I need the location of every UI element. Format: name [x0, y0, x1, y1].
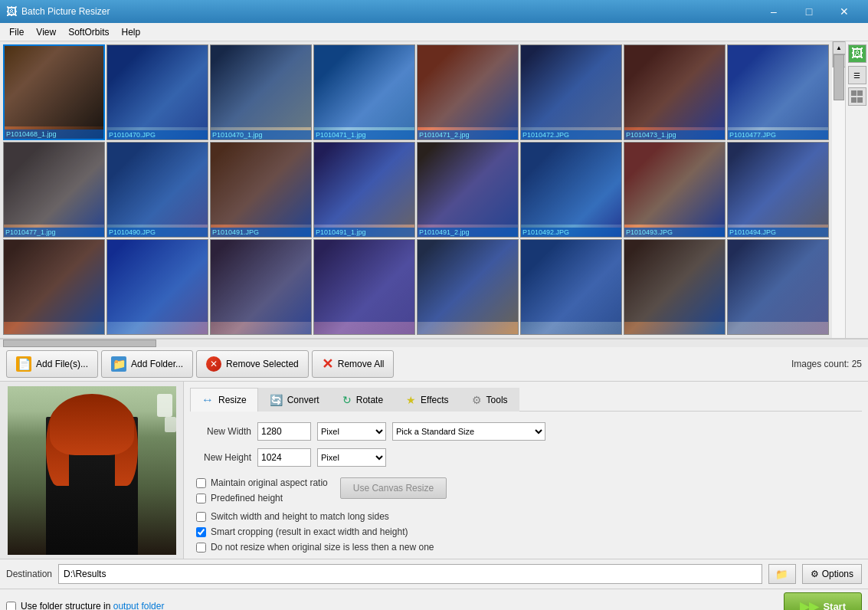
start-play-icon: ▶▶ — [800, 599, 818, 611]
gallery-thumb[interactable] — [520, 239, 622, 335]
menu-softorbits[interactable]: SoftOrbits — [62, 25, 115, 39]
gallery-thumb[interactable]: P1010491_2.jpg — [417, 142, 519, 238]
gallery-thumb[interactable]: P1010470_1.jpg — [210, 44, 312, 140]
thumb-label: P1010473_1.jpg — [624, 130, 725, 139]
smart-crop-label: Smart cropping (result in exact width an… — [211, 526, 408, 537]
add-folder-label: Add Folder... — [131, 359, 183, 369]
thumb-label: P1010493.JPG — [624, 228, 725, 237]
gallery-thumb[interactable]: P1010492.JPG — [520, 142, 622, 238]
tools-tab-label: Tools — [486, 395, 508, 405]
predefined-height-checkbox[interactable] — [196, 494, 206, 503]
gallery-thumb[interactable] — [3, 239, 105, 335]
close-button[interactable]: ✕ — [827, 0, 862, 23]
gallery-thumb[interactable]: P1010490.JPG — [106, 142, 208, 238]
gallery-thumb[interactable]: P1010468_1.jpg — [3, 44, 105, 140]
menu-help[interactable]: Help — [116, 25, 147, 39]
destination-input[interactable] — [58, 564, 762, 584]
thumb-label: P1010477_1.jpg — [4, 228, 104, 237]
tab-resize[interactable]: ↔ Resize — [190, 388, 258, 412]
gallery-thumb[interactable]: P1010477.JPG — [727, 44, 829, 140]
add-files-button[interactable]: 📄 Add File(s)... — [6, 350, 98, 378]
gallery-thumb[interactable]: P1010491_1.jpg — [313, 142, 415, 238]
menu-view[interactable]: View — [30, 25, 62, 39]
gallery-thumb[interactable] — [106, 239, 208, 335]
destination-browse-button[interactable]: 📁 — [768, 564, 796, 584]
h-scroll-thumb[interactable] — [3, 339, 156, 347]
output-folder-link[interactable]: output folder — [113, 601, 165, 610]
bottom-panel: ↔ Resize 🔄 Convert ↻ Rotate ★ Effects ⚙ — [0, 382, 868, 559]
menu-file[interactable]: File — [3, 25, 30, 39]
action-toolbar: 📄 Add File(s)... 📁 Add Folder... ✕ Remov… — [0, 347, 868, 382]
thumb-label: P1010472.JPG — [521, 130, 621, 139]
remove-selected-button[interactable]: ✕ Remove Selected — [196, 350, 309, 378]
remove-all-label: Remove All — [338, 359, 385, 369]
tab-rotate[interactable]: ↻ Rotate — [331, 388, 395, 412]
footer-bar: Use folder structure in output folder ▶▶… — [0, 589, 868, 610]
gallery-thumb[interactable] — [417, 239, 519, 335]
width-input[interactable] — [257, 422, 311, 441]
smart-crop-row: Smart cropping (result in exact width an… — [196, 526, 862, 537]
right-toolbar: 🖼 ☰ — [845, 41, 868, 338]
thumb-label: P1010490.JPG — [107, 228, 208, 237]
remove-selected-label: Remove Selected — [226, 359, 299, 369]
rotate-tab-label: Rotate — [356, 395, 383, 405]
add-folder-button[interactable]: 📁 Add Folder... — [101, 350, 193, 378]
width-unit-select[interactable]: Pixel Percent Cm Inch — [317, 422, 386, 441]
canvas-resize-button[interactable]: Use Canvas Resize — [340, 477, 447, 499]
height-label: New Height — [190, 452, 251, 463]
effects-tab-label: Effects — [421, 395, 448, 405]
tab-convert[interactable]: 🔄 Convert — [258, 388, 331, 412]
options-gear-icon: ⚙ — [811, 569, 819, 579]
gallery-thumb[interactable]: P1010471_2.jpg — [417, 44, 519, 140]
h-scrollbar[interactable] — [0, 339, 868, 347]
height-unit-select[interactable]: Pixel Percent Cm Inch — [317, 448, 386, 467]
gallery-thumb[interactable] — [313, 239, 415, 335]
scroll-up-button[interactable]: ▲ — [833, 41, 846, 54]
height-input[interactable] — [257, 448, 311, 467]
start-button[interactable]: ▶▶ Start — [784, 592, 862, 610]
app-title: Batch Picture Resizer — [21, 6, 756, 17]
gallery-thumb[interactable]: P1010470.JPG — [106, 44, 208, 140]
standard-size-select[interactable]: Pick a Standard Size 640x480 800x600 102… — [392, 422, 545, 441]
use-folder-label: Use folder structure in output folder — [21, 601, 164, 610]
gallery-thumb[interactable]: P1010472.JPG — [520, 44, 622, 140]
thumb-label: P1010471_2.jpg — [418, 130, 518, 139]
maximize-button[interactable]: □ — [791, 0, 827, 23]
thumb-label: P1010468_1.jpg — [5, 130, 103, 139]
gallery-thumb[interactable]: P1010493.JPG — [624, 142, 726, 238]
smart-crop-checkbox[interactable] — [196, 527, 206, 537]
main-container: P1010468_1.jpgP1010470.JPGP1010470_1.jpg… — [0, 41, 868, 610]
gallery-thumb[interactable] — [624, 239, 726, 335]
remove-all-button[interactable]: ✕ Remove All — [312, 350, 395, 378]
no-resize-checkbox[interactable] — [196, 543, 206, 553]
thumb-label: P1010470_1.jpg — [211, 130, 311, 139]
gallery-thumb[interactable]: P1010494.JPG — [727, 142, 829, 238]
gallery-thumb[interactable] — [727, 239, 829, 335]
maintain-aspect-checkbox[interactable] — [196, 478, 206, 488]
tab-effects[interactable]: ★ Effects — [395, 388, 460, 412]
view-grid-button[interactable] — [848, 87, 866, 106]
gallery-thumb[interactable]: P1010471_1.jpg — [313, 44, 415, 140]
gallery-scrollbar[interactable]: ▲ ▼ — [832, 41, 845, 67]
scroll-thumb[interactable] — [834, 54, 844, 100]
thumb-label: P1010471_1.jpg — [314, 130, 414, 139]
minimize-button[interactable]: – — [756, 0, 791, 23]
gallery-thumb[interactable]: P1010477_1.jpg — [3, 142, 105, 238]
gallery-area: P1010468_1.jpgP1010470.JPGP1010470_1.jpg… — [0, 41, 868, 339]
start-label: Start — [823, 601, 846, 611]
view-large-icon-button[interactable]: 🖼 — [848, 44, 866, 63]
tab-tools[interactable]: ⚙ Tools — [460, 388, 519, 412]
use-folder-checkbox[interactable] — [6, 602, 16, 611]
options-button[interactable]: ⚙ Options — [802, 564, 862, 584]
gallery-thumb[interactable] — [210, 239, 312, 335]
gallery-thumb[interactable]: P1010491.JPG — [210, 142, 312, 238]
browse-folder-icon: 📁 — [775, 569, 788, 580]
view-list-button[interactable]: ☰ — [848, 66, 866, 84]
no-resize-label: Do not resize when original size is less… — [211, 542, 434, 553]
gallery-thumb[interactable]: P1010473_1.jpg — [624, 44, 726, 140]
tabs-bar: ↔ Resize 🔄 Convert ↻ Rotate ★ Effects ⚙ — [190, 388, 862, 412]
add-files-icon: 📄 — [16, 356, 31, 372]
maintain-aspect-row: Maintain original aspect ratio — [196, 477, 328, 488]
images-count: Images count: 25 — [791, 359, 862, 369]
switch-wh-checkbox[interactable] — [196, 512, 206, 522]
